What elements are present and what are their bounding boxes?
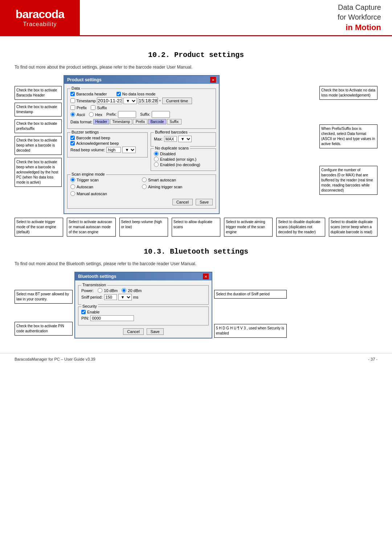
bt-diagram: Select max BT power allowed by law in yo… xyxy=(15,272,377,338)
format-barcode: Barcode xyxy=(148,119,166,124)
enabled-error-row: Enabled (error sign.) xyxy=(154,157,213,161)
scan-engine-group: Scan engine mode Trigger scan Smart auto… xyxy=(67,175,216,209)
page-header: baracoda Traceability Data Capture for W… xyxy=(0,0,392,36)
product-bottom-annotations: Select to activate trigger mode of the s… xyxy=(15,218,377,237)
ts-date-input[interactable] xyxy=(97,97,122,104)
manual-autoscan-radio[interactable] xyxy=(70,191,75,196)
bt-cancel-button[interactable]: Cancel xyxy=(123,328,143,335)
prefix-checkbox[interactable] xyxy=(70,105,75,110)
brand-name: baracoda xyxy=(16,8,64,21)
bt-save-button[interactable]: Save xyxy=(147,328,164,335)
bt-right-annotations: Select the duration of Sniff period 5 H … xyxy=(214,272,287,338)
baracoda-header-checkbox[interactable] xyxy=(70,92,75,96)
pin-row: PIN: xyxy=(81,315,205,321)
aiming-trigger-radio[interactable] xyxy=(142,184,147,189)
product-section-title: 10.2. Product settings xyxy=(15,51,377,59)
smart-autoscan-radio[interactable] xyxy=(142,177,147,182)
suffix-value-input[interactable] xyxy=(152,111,170,118)
disabled-radio[interactable] xyxy=(154,151,159,156)
power-row: Power: 10 dBm 20 dBm xyxy=(81,288,205,293)
sniff-select[interactable]: ▼ xyxy=(118,294,132,300)
product-save-button[interactable]: Save xyxy=(196,199,213,205)
format-timestamp: Timestamp xyxy=(110,119,132,124)
max-input[interactable] xyxy=(164,136,177,142)
no-dup-group: No duplicate scans Disabled Enabled (err… xyxy=(151,148,216,171)
buzzer-col: Buzzer settings Barcode read beep Acknow… xyxy=(67,131,148,173)
ann-pin-used: 5 H D G H U ¶ V 3 , used when Security i… xyxy=(214,324,287,338)
dialog-close-button[interactable]: ✕ xyxy=(210,77,216,83)
security-group: Security Enable PIN: xyxy=(78,307,209,325)
format-suffix: Suffix xyxy=(167,119,181,124)
product-cancel-button[interactable]: Cancel xyxy=(172,199,193,205)
autoscan-row: Autoscan xyxy=(70,184,141,189)
trigger-scan-radio[interactable] xyxy=(70,177,75,182)
ann-disable-dup-no-decode: Select to disable duplicate scans (dupli… xyxy=(276,218,325,237)
product-dialog-title: Product settings ✕ xyxy=(64,76,219,84)
product-diagram: Check the box to activate Baracoda Heade… xyxy=(15,75,377,237)
beep-volume-input[interactable] xyxy=(106,147,121,153)
buffered-col: Buffered barcodes Max: ▼ No dupl xyxy=(151,131,216,173)
ann-sniff-duration: Select the duration of Sniff period xyxy=(214,290,287,299)
barcode-read-beep-checkbox[interactable] xyxy=(70,136,75,140)
ann-aiming: Select to activate aiming trigger mode o… xyxy=(224,218,273,237)
format-prefix: Prefix xyxy=(133,119,147,124)
barcode-read-beep-row: Barcode read beep xyxy=(70,136,144,140)
ann-configure-buffered: Configure the number of barcodes (0 or M… xyxy=(319,166,377,195)
data-format-row: Data format: Header Timestamp Prefix Bar… xyxy=(70,119,213,124)
bt-section-title: 10.3. Bluetooth settings xyxy=(15,247,377,256)
ann-beep-ack: Check the box to activate beep when a ba… xyxy=(15,158,62,187)
tagline-line1: Data Capture xyxy=(338,3,381,12)
transmission-group: Transmission Power: 10 dBm 20 dBm xyxy=(78,285,209,305)
scan-engine-label: Scan engine mode xyxy=(70,172,106,176)
ann-beep-decoded: Check the box to activate beep when a ba… xyxy=(15,136,62,155)
bt-dialog-title: Bluetooth settings ✕ xyxy=(75,272,212,280)
hex-radio[interactable] xyxy=(89,112,94,117)
ack-beep-checkbox[interactable] xyxy=(70,141,75,145)
bt-dialog-close-button[interactable]: ✕ xyxy=(203,274,209,279)
data-group-label: Data xyxy=(70,86,81,90)
beep-volume-select[interactable]: ▼ xyxy=(122,147,136,153)
bluetooth-settings-dialog: Bluetooth settings ✕ Transmission Power:… xyxy=(74,272,212,338)
ack-beep-row: Acknowledgement beep xyxy=(70,141,144,145)
ann-no-data-loss: Check the box to Activate no data loss m… xyxy=(319,86,377,100)
autoscan-radio[interactable] xyxy=(70,184,75,189)
buzzer-group-label: Buzzer settings xyxy=(70,130,100,134)
aiming-trigger-row: Aiming trigger scan xyxy=(142,184,213,189)
timestamp-checkbox[interactable] xyxy=(70,98,75,103)
ann-prefix-suffix-format: When Prefix/Suffix box is checked, selec… xyxy=(319,124,377,148)
no-data-loss-checkbox[interactable] xyxy=(117,92,121,96)
ascii-radio[interactable] xyxy=(70,112,75,117)
sniff-input[interactable] xyxy=(104,294,117,300)
ts-date-select[interactable]: ▼ xyxy=(123,98,137,104)
security-enable-checkbox[interactable] xyxy=(81,310,86,314)
enabled-no-decode-radio[interactable] xyxy=(154,162,159,167)
bt-dialog-body: Transmission Power: 10 dBm 20 dBm xyxy=(75,280,212,338)
suffix-checkbox[interactable] xyxy=(91,105,95,110)
ann-timestamp: Check the box to activate timestamp xyxy=(15,103,62,116)
transmission-label: Transmission xyxy=(81,283,107,287)
ann-pin-auth: Check the box to activate PIN code authe… xyxy=(15,322,73,336)
ann-baracoda-header: Check the box to activate Baracoda Heade… xyxy=(15,86,62,100)
ann-disable-dup-error: Select to disable duplicate scans (error… xyxy=(329,218,377,237)
buffered-group: Buffered barcodes Max: ▼ xyxy=(151,132,216,147)
power-20-radio[interactable] xyxy=(122,288,126,293)
trigger-scan-row: Trigger scan xyxy=(70,177,141,182)
max-select[interactable]: ▼ xyxy=(178,136,192,142)
pin-input[interactable] xyxy=(90,315,134,321)
enabled-error-radio[interactable] xyxy=(154,157,159,161)
sniff-row: Sniff period: ▼ ms xyxy=(81,294,205,300)
footer-right: - 37 - xyxy=(368,357,377,361)
power-10-radio[interactable] xyxy=(98,288,102,293)
manual-autoscan-row: Manual autoscan xyxy=(70,191,141,196)
brand-sub: Traceability xyxy=(16,21,64,28)
ts-time-input[interactable] xyxy=(138,97,158,104)
prefix-value-input[interactable] xyxy=(118,111,136,118)
current-time-button[interactable]: Current time xyxy=(162,98,192,104)
tagline-line2: for Workforce xyxy=(338,13,381,21)
logo: baracoda Traceability xyxy=(16,8,64,28)
beep-volume-row: Read beep volume: ▼ xyxy=(70,147,144,153)
max-row: Max: ▼ xyxy=(154,136,213,142)
ann-prefix-suffix: Check the box to activate prefix/suffix xyxy=(15,119,62,133)
bt-left-annotations: Select max BT power allowed by law in yo… xyxy=(15,272,73,336)
security-label: Security xyxy=(81,304,98,308)
